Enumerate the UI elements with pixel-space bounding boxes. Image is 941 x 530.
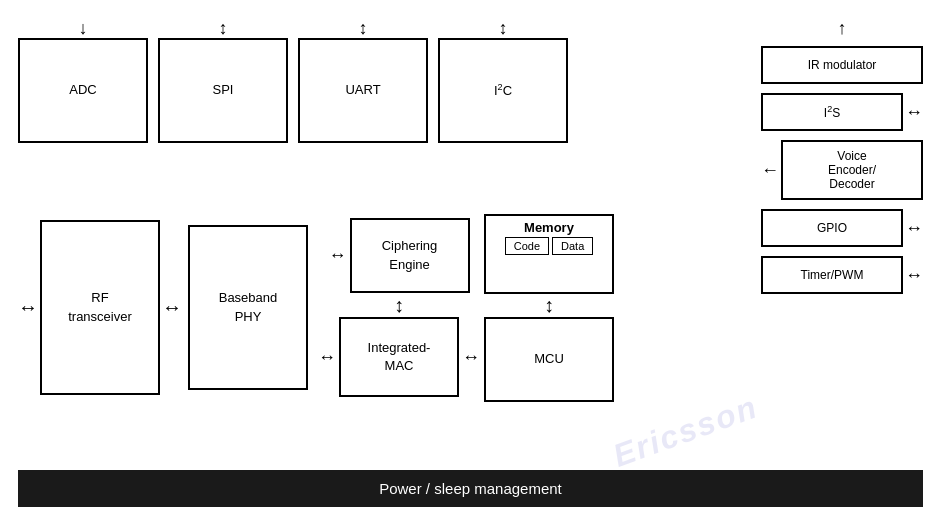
i2c-top-arrow: ↕ xyxy=(499,18,508,38)
timer-row: Timer/PWM ↔ xyxy=(761,256,923,294)
uart-block: UART xyxy=(298,38,428,143)
ir-label: IR modulator xyxy=(808,58,877,72)
baseband-label: BasebandPHY xyxy=(219,289,278,325)
mac-block: Integrated-MAC xyxy=(339,317,459,397)
timer-label: Timer/PWM xyxy=(801,268,864,282)
mac-label: Integrated-MAC xyxy=(368,339,431,375)
gpio-label: GPIO xyxy=(817,221,847,235)
spi-block: SPI xyxy=(158,38,288,143)
ir-block: IR modulator xyxy=(761,46,923,84)
mac-left-arrow: ↔ xyxy=(318,347,336,368)
memory-data-label: Data xyxy=(561,240,584,252)
ciphering-label: CipheringEngine xyxy=(382,237,438,273)
i2s-label: I2S xyxy=(824,104,840,120)
i2c-label: I2C xyxy=(494,81,512,101)
memory-block: Memory Code Data xyxy=(484,214,614,294)
gpio-right-arrow: ↔ xyxy=(905,218,923,239)
timer-block: Timer/PWM xyxy=(761,256,903,294)
spi-top-arrow: ↕ xyxy=(219,18,228,38)
mcu-memory-group: Memory Code Data ↕ xyxy=(484,214,614,402)
adc-col: ↓ ADC xyxy=(18,18,148,143)
ciphering-left-arrow: ↔ xyxy=(329,245,347,266)
bottom-section: ↔ RFtransceiver ↔ BasebandPHY ↔ xyxy=(18,155,751,460)
memory-mcu-arrow: ↕ xyxy=(544,294,554,317)
rf-label: RFtransceiver xyxy=(68,289,132,325)
timer-right-arrow: ↔ xyxy=(905,265,923,286)
mcu-block: MCU xyxy=(484,317,614,402)
full-layout: ↓ ADC ↕ SPI ↕ UART xyxy=(18,18,923,460)
voice-row: ← VoiceEncoder/Decoder xyxy=(761,140,923,200)
mcu-label: MCU xyxy=(534,350,564,368)
power-bar: Power / sleep management xyxy=(18,470,923,507)
voice-label: VoiceEncoder/Decoder xyxy=(828,149,876,191)
uart-col: ↕ UART xyxy=(298,18,428,143)
power-bar-label: Power / sleep management xyxy=(379,480,562,497)
mac-right-arrow: ↔ xyxy=(462,347,480,368)
i2s-right-arrow: ↔ xyxy=(905,102,923,123)
gpio-row: GPIO ↔ xyxy=(761,209,923,247)
ciphering-mac-arrow: ↕ xyxy=(394,293,404,317)
ir-row: IR modulator xyxy=(761,46,923,84)
rf-left-arrow: ↔ xyxy=(18,296,38,319)
adc-top-arrow: ↓ xyxy=(79,18,88,38)
rf-right-arrow: ↔ xyxy=(162,296,182,319)
i2s-block: I2S xyxy=(761,93,903,131)
sidebar-top-arrow: ↑ xyxy=(761,18,923,39)
uart-top-arrow: ↕ xyxy=(359,18,368,38)
voice-left-arrow: ← xyxy=(761,160,779,181)
uart-label: UART xyxy=(345,81,380,99)
memory-sub: Code Data xyxy=(501,237,598,259)
i2c-block: I2C xyxy=(438,38,568,143)
memory-code-block: Code xyxy=(505,237,549,255)
spi-col: ↕ SPI xyxy=(158,18,288,143)
voice-block: VoiceEncoder/Decoder xyxy=(781,140,923,200)
memory-label: Memory xyxy=(524,216,574,237)
baseband-block: BasebandPHY xyxy=(188,225,308,390)
i2c-col: ↕ I2C xyxy=(438,18,568,143)
adc-label: ADC xyxy=(69,81,96,99)
top-blocks-row: ↓ ADC ↕ SPI ↕ UART xyxy=(18,18,751,143)
ciphering-block: CipheringEngine xyxy=(350,218,470,293)
memory-data-block: Data xyxy=(552,237,593,255)
memory-code-label: Code xyxy=(514,240,540,252)
rf-block: RFtransceiver xyxy=(40,220,160,395)
right-sidebar: ↑ IR modulator I2S ↔ ← Voi xyxy=(761,18,923,460)
gpio-block: GPIO xyxy=(761,209,903,247)
mac-row: ↔ Integrated-MAC ↔ xyxy=(318,317,480,397)
left-main: ↓ ADC ↕ SPI ↕ UART xyxy=(18,18,751,460)
diagram-container: Ericsson ↓ ADC ↕ SPI xyxy=(0,0,941,530)
rf-group: ↔ RFtransceiver ↔ xyxy=(18,220,182,395)
ciphering-row: ↔ CipheringEngine xyxy=(329,218,470,293)
i2s-row: I2S ↔ xyxy=(761,93,923,131)
spi-label: SPI xyxy=(213,81,234,99)
adc-block: ADC xyxy=(18,38,148,143)
mid-col: ↔ CipheringEngine ↕ ↔ Integrated-MAC ↔ xyxy=(318,218,480,397)
